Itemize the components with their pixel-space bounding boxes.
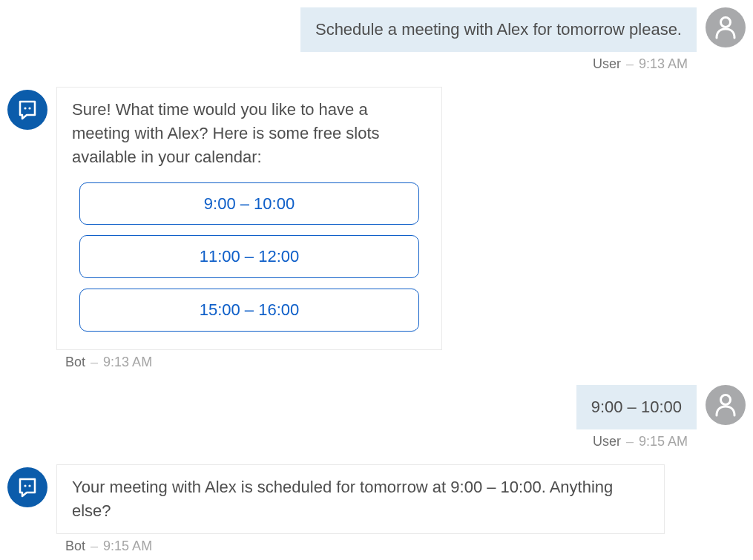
time-slot-option-2[interactable]: 11:00 – 12:00 (79, 235, 419, 278)
user-avatar (706, 7, 746, 47)
svg-point-5 (28, 485, 30, 487)
svg-point-3 (721, 395, 731, 405)
option-label: 9:00 – 10:00 (204, 194, 295, 213)
svg-point-0 (721, 18, 731, 27)
bot-icon (16, 476, 39, 498)
person-icon (715, 393, 736, 417)
timestamp: 9:13 AM (639, 56, 688, 71)
message-text: Sure! What time would you like to have a… (72, 100, 380, 166)
message-bubble: Sure! What time would you like to have a… (56, 87, 442, 350)
meta-separator: – (91, 355, 98, 369)
sender-label: User (593, 434, 621, 449)
time-slot-option-3[interactable]: 15:00 – 16:00 (79, 289, 419, 332)
svg-point-1 (24, 107, 26, 109)
message-meta: User – 9:13 AM (7, 56, 746, 72)
sender-label: User (593, 56, 621, 71)
bot-avatar (7, 467, 47, 507)
message-text: Schedule a meeting with Alex for tomorro… (315, 20, 682, 39)
message-bubble: 9:00 – 10:00 (576, 385, 697, 429)
bot-icon (16, 99, 39, 121)
message-bubble: Your meeting with Alex is scheduled for … (56, 464, 665, 534)
person-icon (715, 16, 736, 39)
meta-separator: – (91, 538, 98, 553)
message-meta: Bot – 9:13 AM (7, 355, 746, 370)
time-slot-option-1[interactable]: 9:00 – 10:00 (79, 182, 419, 225)
message-text: 9:00 – 10:00 (591, 398, 682, 416)
time-slot-options: 9:00 – 10:00 11:00 – 12:00 15:00 – 16:00 (72, 169, 427, 340)
sender-label: Bot (65, 355, 85, 369)
meta-separator: – (626, 56, 634, 71)
option-label: 15:00 – 16:00 (200, 300, 300, 319)
timestamp: 9:15 AM (103, 538, 152, 553)
chat-message-user: 9:00 – 10:00 (7, 385, 746, 429)
sender-label: Bot (65, 538, 85, 553)
message-meta: User – 9:15 AM (7, 434, 746, 449)
chat-message-user: Schedule a meeting with Alex for tomorro… (7, 7, 746, 52)
chat-message-bot: Sure! What time would you like to have a… (7, 87, 746, 350)
meta-separator: – (626, 434, 634, 449)
user-avatar (706, 385, 746, 425)
timestamp: 9:15 AM (639, 434, 688, 449)
message-text: Your meeting with Alex is scheduled for … (72, 478, 613, 520)
bot-avatar (7, 90, 47, 130)
svg-point-4 (24, 485, 26, 487)
message-meta: Bot – 9:15 AM (7, 538, 746, 554)
message-bubble: Schedule a meeting with Alex for tomorro… (300, 7, 697, 52)
timestamp: 9:13 AM (103, 355, 152, 369)
svg-point-2 (28, 107, 30, 109)
chat-message-bot: Your meeting with Alex is scheduled for … (7, 464, 746, 534)
option-label: 11:00 – 12:00 (200, 247, 300, 266)
